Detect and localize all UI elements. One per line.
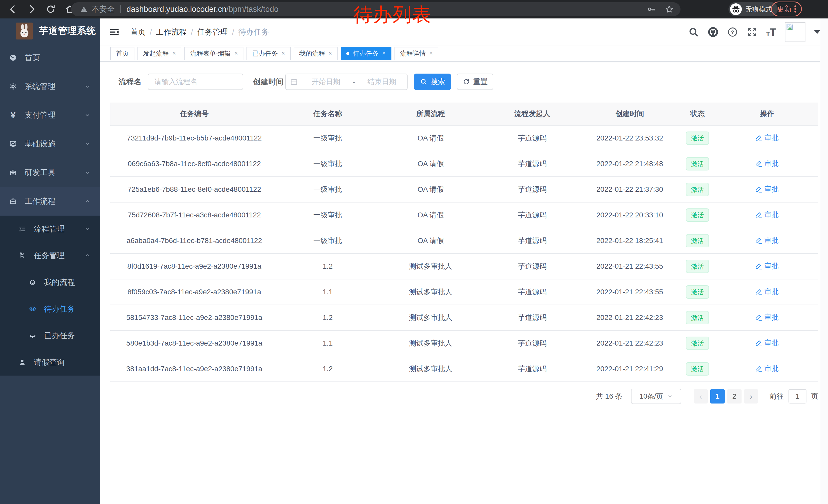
star-icon[interactable] bbox=[665, 5, 674, 14]
approve-link[interactable]: 审批 bbox=[755, 236, 779, 245]
next-page-button[interactable]: › bbox=[744, 389, 758, 404]
end-date-placeholder: 结束日期 bbox=[357, 77, 407, 87]
help-icon[interactable]: ? bbox=[727, 27, 738, 37]
table-cell: 一级审批 bbox=[278, 236, 377, 245]
page-size-select[interactable]: 10条/页 bbox=[631, 388, 681, 404]
collapse-sidebar-button[interactable] bbox=[109, 27, 120, 38]
tab-已办任务[interactable]: 已办任务× bbox=[247, 47, 290, 60]
page-button-2[interactable]: 2 bbox=[727, 389, 742, 404]
sidebar-item-my-process[interactable]: 我的流程 bbox=[0, 269, 100, 295]
sidebar-item-task-mgmt[interactable]: 任务管理 bbox=[0, 242, 100, 269]
search-button[interactable]: 搜索 bbox=[414, 74, 451, 90]
reset-button[interactable]: 重置 bbox=[457, 74, 493, 90]
breadcrumb-item[interactable]: 任务管理 bbox=[197, 27, 228, 37]
divider bbox=[120, 5, 121, 13]
avatar[interactable] bbox=[785, 22, 805, 42]
reload-icon[interactable] bbox=[46, 4, 56, 14]
page-button-1[interactable]: 1 bbox=[710, 389, 724, 404]
date-range-input[interactable]: 开始日期 - 结束日期 bbox=[285, 74, 408, 90]
forward-icon[interactable] bbox=[27, 4, 37, 14]
incognito-badge: 无痕模式 bbox=[729, 2, 778, 16]
tab-流程表单-编辑[interactable]: 流程表单-编辑× bbox=[184, 47, 243, 60]
sidebar-item-workflow[interactable]: 工作流程 bbox=[0, 187, 100, 216]
approve-link[interactable]: 审批 bbox=[755, 287, 779, 296]
tab-我的流程[interactable]: 我的流程× bbox=[294, 47, 338, 60]
table-row: 8f0d1619-7ac8-11ec-a9e2-a2380e71991a1.2测… bbox=[110, 254, 818, 279]
approve-link[interactable]: 审批 bbox=[755, 210, 779, 220]
tab-发起流程[interactable]: 发起流程× bbox=[137, 47, 181, 60]
status-cell: 激活 bbox=[679, 183, 716, 196]
menu-dots-icon[interactable] bbox=[794, 5, 796, 12]
sidebar-item-label: 流程管理 bbox=[34, 224, 65, 234]
table-row: 725a1eb6-7b88-11ec-8ef0-acde48001122一级审批… bbox=[110, 177, 818, 202]
refresh-icon bbox=[462, 78, 470, 86]
sidebar-item-payment[interactable]: ¥支付管理 bbox=[0, 101, 100, 130]
chevron-down-icon[interactable] bbox=[814, 30, 820, 34]
table-cell: 1.1 bbox=[278, 339, 377, 348]
sidebar: 芋道管理系统 首页系统管理¥支付管理基础设施研发工具工作流程流程管理任务管理我的… bbox=[0, 18, 100, 504]
table-cell: 一级审批 bbox=[278, 159, 377, 169]
action-cell: 审批 bbox=[716, 210, 818, 220]
sidebar-item-home[interactable]: 首页 bbox=[0, 43, 100, 72]
table-row: 75d72608-7b7f-11ec-a3c8-acde48001122一级审批… bbox=[110, 202, 818, 228]
tab-流程详情[interactable]: 流程详情× bbox=[395, 47, 439, 60]
status-cell: 激活 bbox=[679, 260, 716, 273]
flow-icon bbox=[18, 252, 26, 260]
close-icon[interactable]: × bbox=[329, 50, 332, 56]
edit-icon bbox=[755, 134, 762, 141]
sidebar-item-leave-query[interactable]: 请假查询 bbox=[0, 349, 100, 375]
update-label: 更新 bbox=[777, 4, 792, 14]
approve-link[interactable]: 审批 bbox=[755, 313, 779, 322]
status-badge: 激活 bbox=[686, 260, 709, 273]
sidebar-item-infrastructure[interactable]: 基础设施 bbox=[0, 130, 100, 158]
table-cell: OA 请假 bbox=[377, 210, 484, 220]
status-cell: 激活 bbox=[679, 157, 716, 171]
sidebar-item-label: 工作流程 bbox=[25, 196, 55, 207]
sidebar-item-system[interactable]: 系统管理 bbox=[0, 72, 100, 101]
table-row: 381aa1dd-7ac8-11ec-a9e2-a2380e71991a1.2测… bbox=[110, 356, 818, 382]
status-badge: 激活 bbox=[686, 336, 709, 350]
approve-link[interactable]: 审批 bbox=[755, 133, 779, 143]
close-icon[interactable]: × bbox=[429, 50, 433, 56]
key-icon[interactable] bbox=[647, 5, 656, 14]
fullscreen-icon[interactable] bbox=[747, 27, 757, 37]
tab-首页[interactable]: 首页 bbox=[110, 47, 134, 60]
close-icon[interactable]: × bbox=[235, 50, 238, 56]
approve-link[interactable]: 审批 bbox=[755, 159, 779, 169]
back-icon[interactable] bbox=[8, 4, 18, 14]
breadcrumb-item[interactable]: 首页 bbox=[130, 27, 146, 37]
table-cell: 测试多审批人 bbox=[377, 338, 484, 348]
process-name-input-field[interactable] bbox=[154, 78, 237, 86]
chevron-up-icon bbox=[84, 198, 91, 204]
edit-icon bbox=[755, 186, 762, 193]
sidebar-item-process-mgmt[interactable]: 流程管理 bbox=[0, 216, 100, 242]
process-name-input[interactable] bbox=[148, 74, 243, 90]
font-size-icon[interactable]: TT bbox=[766, 27, 776, 37]
approve-link[interactable]: 审批 bbox=[755, 184, 779, 194]
prev-page-button[interactable]: ‹ bbox=[694, 389, 708, 404]
edit-icon bbox=[755, 211, 762, 218]
search-icon[interactable] bbox=[688, 27, 699, 37]
scrollbar-track[interactable] bbox=[820, 18, 828, 504]
breadcrumb-item[interactable]: 工作流程 bbox=[156, 27, 187, 37]
sidebar-item-dev-tools[interactable]: 研发工具 bbox=[0, 158, 100, 187]
github-icon[interactable] bbox=[708, 27, 718, 37]
close-icon[interactable]: × bbox=[281, 50, 285, 56]
close-icon[interactable]: × bbox=[382, 50, 385, 56]
approve-link[interactable]: 审批 bbox=[755, 338, 779, 348]
sidebar-item-done-task[interactable]: 已办任务 bbox=[0, 322, 100, 349]
status-cell: 激活 bbox=[679, 336, 716, 350]
approve-link[interactable]: 审批 bbox=[755, 261, 779, 271]
approve-link[interactable]: 审批 bbox=[755, 364, 779, 373]
sidebar-item-todo-task[interactable]: 待办任务 bbox=[0, 295, 100, 322]
goto-page-input[interactable] bbox=[788, 389, 806, 404]
close-icon[interactable]: × bbox=[172, 50, 176, 56]
tab-待办任务[interactable]: 待办任务× bbox=[341, 47, 391, 60]
table-cell: 芋道源码 bbox=[484, 364, 580, 374]
sidebar-item-label: 基础设施 bbox=[25, 139, 55, 149]
status-badge: 激活 bbox=[686, 132, 709, 145]
update-button[interactable]: 更新 bbox=[771, 2, 802, 16]
eye-closed-icon bbox=[29, 332, 36, 339]
robot-icon bbox=[29, 278, 36, 286]
app-logo[interactable]: 芋道管理系统 bbox=[0, 18, 100, 43]
